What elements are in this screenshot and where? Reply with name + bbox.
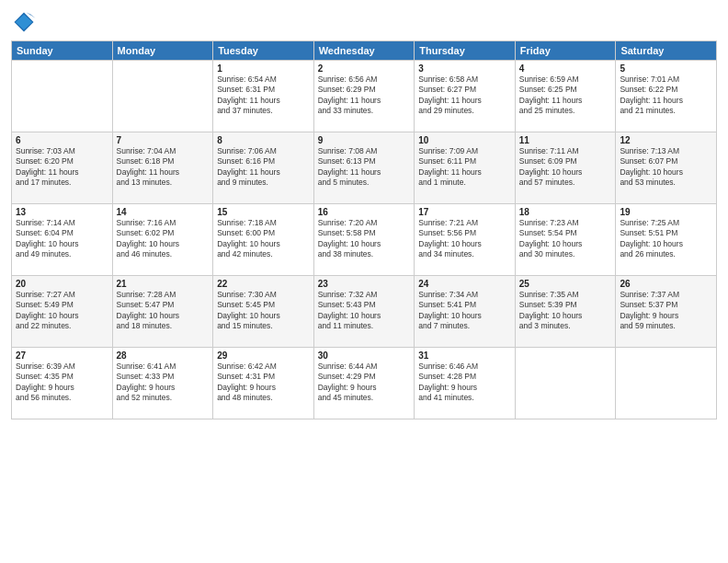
- header: [11, 9, 717, 35]
- day-number: 11: [519, 135, 612, 145]
- weekday-header-wednesday: Wednesday: [313, 41, 415, 61]
- day-info: Sunrise: 6:42 AM Sunset: 4:31 PM Dayligh…: [217, 362, 310, 404]
- day-info: Sunrise: 7:16 AM Sunset: 6:02 PM Dayligh…: [117, 218, 210, 260]
- calendar-cell: 2Sunrise: 6:56 AM Sunset: 6:29 PM Daylig…: [313, 61, 415, 132]
- day-number: 12: [620, 135, 712, 145]
- calendar-cell: 8Sunrise: 7:06 AM Sunset: 6:16 PM Daylig…: [213, 132, 314, 204]
- day-info: Sunrise: 7:34 AM Sunset: 5:41 PM Dayligh…: [418, 290, 511, 332]
- calendar-cell: 6Sunrise: 7:03 AM Sunset: 6:20 PM Daylig…: [12, 132, 113, 204]
- day-number: 5: [620, 63, 712, 74]
- calendar-cell: 9Sunrise: 7:08 AM Sunset: 6:13 PM Daylig…: [313, 132, 415, 204]
- day-number: 1: [217, 63, 310, 74]
- day-number: 9: [318, 135, 411, 145]
- day-info: Sunrise: 6:56 AM Sunset: 6:29 PM Dayligh…: [318, 75, 411, 117]
- calendar-cell: [616, 348, 717, 419]
- day-info: Sunrise: 6:54 AM Sunset: 6:31 PM Dayligh…: [217, 75, 310, 117]
- calendar-cell: 30Sunrise: 6:44 AM Sunset: 4:29 PM Dayli…: [313, 348, 415, 419]
- calendar-cell: 4Sunrise: 6:59 AM Sunset: 6:25 PM Daylig…: [515, 61, 616, 132]
- calendar-cell: 20Sunrise: 7:27 AM Sunset: 5:49 PM Dayli…: [12, 276, 113, 348]
- calendar-cell: 12Sunrise: 7:13 AM Sunset: 6:07 PM Dayli…: [616, 132, 717, 204]
- day-number: 18: [519, 207, 612, 217]
- calendar-cell: 28Sunrise: 6:41 AM Sunset: 4:33 PM Dayli…: [112, 348, 213, 419]
- calendar-cell: 7Sunrise: 7:04 AM Sunset: 6:18 PM Daylig…: [112, 132, 213, 204]
- day-info: Sunrise: 7:27 AM Sunset: 5:49 PM Dayligh…: [16, 290, 108, 332]
- day-number: 30: [318, 350, 411, 361]
- day-number: 20: [16, 279, 108, 289]
- day-info: Sunrise: 6:59 AM Sunset: 6:25 PM Dayligh…: [519, 75, 612, 117]
- day-info: Sunrise: 7:21 AM Sunset: 5:56 PM Dayligh…: [418, 218, 511, 260]
- calendar-cell: 15Sunrise: 7:18 AM Sunset: 6:00 PM Dayli…: [213, 204, 314, 276]
- calendar-cell: 3Sunrise: 6:58 AM Sunset: 6:27 PM Daylig…: [415, 61, 516, 132]
- calendar-cell: 31Sunrise: 6:46 AM Sunset: 4:28 PM Dayli…: [415, 348, 516, 419]
- day-info: Sunrise: 7:08 AM Sunset: 6:13 PM Dayligh…: [318, 146, 411, 189]
- day-number: 19: [620, 207, 712, 217]
- day-info: Sunrise: 7:04 AM Sunset: 6:18 PM Dayligh…: [117, 146, 210, 189]
- day-number: 26: [620, 279, 712, 289]
- calendar-cell: 29Sunrise: 6:42 AM Sunset: 4:31 PM Dayli…: [213, 348, 314, 419]
- calendar-cell: 24Sunrise: 7:34 AM Sunset: 5:41 PM Dayli…: [415, 276, 516, 348]
- day-info: Sunrise: 7:32 AM Sunset: 5:43 PM Dayligh…: [318, 290, 411, 332]
- weekday-header-friday: Friday: [515, 41, 616, 61]
- weekday-header-row: SundayMondayTuesdayWednesdayThursdayFrid…: [12, 41, 717, 61]
- day-number: 15: [217, 207, 310, 217]
- day-info: Sunrise: 6:46 AM Sunset: 4:28 PM Dayligh…: [418, 362, 511, 404]
- day-number: 2: [318, 63, 411, 74]
- day-number: 10: [418, 135, 511, 145]
- day-info: Sunrise: 7:18 AM Sunset: 6:00 PM Dayligh…: [217, 218, 310, 260]
- calendar-cell: 11Sunrise: 7:11 AM Sunset: 6:09 PM Dayli…: [515, 132, 616, 204]
- calendar-cell: 10Sunrise: 7:09 AM Sunset: 6:11 PM Dayli…: [415, 132, 516, 204]
- day-info: Sunrise: 6:44 AM Sunset: 4:29 PM Dayligh…: [318, 362, 411, 404]
- day-number: 17: [418, 207, 511, 217]
- calendar-cell: 27Sunrise: 6:39 AM Sunset: 4:35 PM Dayli…: [12, 348, 113, 419]
- day-info: Sunrise: 7:01 AM Sunset: 6:22 PM Dayligh…: [620, 75, 712, 117]
- calendar-cell: 21Sunrise: 7:28 AM Sunset: 5:47 PM Dayli…: [112, 276, 213, 348]
- calendar-cell: 5Sunrise: 7:01 AM Sunset: 6:22 PM Daylig…: [616, 61, 717, 132]
- day-number: 27: [16, 350, 108, 361]
- day-number: 25: [519, 279, 612, 289]
- day-info: Sunrise: 7:20 AM Sunset: 5:58 PM Dayligh…: [318, 218, 411, 260]
- day-info: Sunrise: 7:13 AM Sunset: 6:07 PM Dayligh…: [620, 146, 712, 189]
- day-number: 8: [217, 135, 310, 145]
- day-number: 6: [16, 135, 108, 145]
- day-number: 4: [519, 63, 612, 74]
- week-row-2: 6Sunrise: 7:03 AM Sunset: 6:20 PM Daylig…: [12, 132, 717, 204]
- day-info: Sunrise: 7:30 AM Sunset: 5:45 PM Dayligh…: [217, 290, 310, 332]
- day-info: Sunrise: 7:09 AM Sunset: 6:11 PM Dayligh…: [418, 146, 511, 189]
- day-number: 16: [318, 207, 411, 217]
- calendar-cell: [515, 348, 616, 419]
- calendar-cell: 25Sunrise: 7:35 AM Sunset: 5:39 PM Dayli…: [515, 276, 616, 348]
- day-info: Sunrise: 7:28 AM Sunset: 5:47 PM Dayligh…: [117, 290, 210, 332]
- calendar-cell: 1Sunrise: 6:54 AM Sunset: 6:31 PM Daylig…: [213, 61, 314, 132]
- weekday-header-thursday: Thursday: [415, 41, 516, 61]
- day-number: 22: [217, 279, 310, 289]
- week-row-4: 20Sunrise: 7:27 AM Sunset: 5:49 PM Dayli…: [12, 276, 717, 348]
- logo-icon: [11, 9, 37, 35]
- calendar-cell: 22Sunrise: 7:30 AM Sunset: 5:45 PM Dayli…: [213, 276, 314, 348]
- day-number: 14: [117, 207, 210, 217]
- logo: [11, 9, 40, 35]
- day-number: 29: [217, 350, 310, 361]
- day-info: Sunrise: 7:37 AM Sunset: 5:37 PM Dayligh…: [620, 290, 712, 332]
- day-info: Sunrise: 7:35 AM Sunset: 5:39 PM Dayligh…: [519, 290, 612, 332]
- day-info: Sunrise: 7:03 AM Sunset: 6:20 PM Dayligh…: [16, 146, 108, 189]
- weekday-header-tuesday: Tuesday: [213, 41, 314, 61]
- day-info: Sunrise: 7:23 AM Sunset: 5:54 PM Dayligh…: [519, 218, 612, 260]
- day-info: Sunrise: 7:11 AM Sunset: 6:09 PM Dayligh…: [519, 146, 612, 189]
- day-info: Sunrise: 6:41 AM Sunset: 4:33 PM Dayligh…: [117, 362, 210, 404]
- day-info: Sunrise: 6:39 AM Sunset: 4:35 PM Dayligh…: [16, 362, 108, 404]
- day-info: Sunrise: 7:06 AM Sunset: 6:16 PM Dayligh…: [217, 146, 310, 189]
- day-info: Sunrise: 7:25 AM Sunset: 5:51 PM Dayligh…: [620, 218, 712, 260]
- svg-marker-1: [16, 15, 32, 30]
- calendar-cell: 18Sunrise: 7:23 AM Sunset: 5:54 PM Dayli…: [515, 204, 616, 276]
- day-number: 3: [418, 63, 511, 74]
- day-number: 24: [418, 279, 511, 289]
- day-number: 21: [117, 279, 210, 289]
- calendar-cell: 14Sunrise: 7:16 AM Sunset: 6:02 PM Dayli…: [112, 204, 213, 276]
- weekday-header-sunday: Sunday: [12, 41, 113, 61]
- calendar-table: SundayMondayTuesdayWednesdayThursdayFrid…: [11, 40, 717, 419]
- day-number: 23: [318, 279, 411, 289]
- week-row-1: 1Sunrise: 6:54 AM Sunset: 6:31 PM Daylig…: [12, 61, 717, 132]
- day-number: 28: [117, 350, 210, 361]
- calendar-cell: 16Sunrise: 7:20 AM Sunset: 5:58 PM Dayli…: [313, 204, 415, 276]
- calendar-cell: 19Sunrise: 7:25 AM Sunset: 5:51 PM Dayli…: [616, 204, 717, 276]
